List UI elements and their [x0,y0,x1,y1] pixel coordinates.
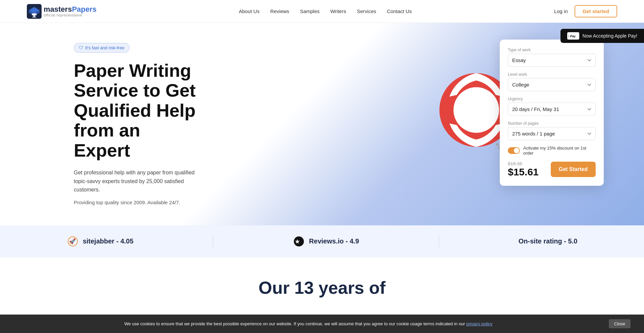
price-row: $18.36 $15.61 Get Started [508,161,596,178]
shield-icon: 🛡 [79,45,83,50]
svg-rect-3 [32,13,37,15]
divider-2 [439,235,439,248]
svg-rect-4 [34,15,35,17]
svg-rect-5 [32,17,36,17]
login-link[interactable]: Log in [554,8,568,14]
pages-select[interactable]: 275 words / 1 page 550 words / 2 pages 8… [508,127,596,140]
logo-icon [27,4,42,19]
discount-row: Activate my 15% discount on 1st order [508,146,596,156]
urgency-field: Urgency 20 days / Fri, May 31 14 days 7 … [508,97,596,116]
urgency-select[interactable]: 20 days / Fri, May 31 14 days 7 days 3 d… [508,103,596,116]
apple-pay-banner:  Pay Now Accepting Apple Pay! [560,29,644,43]
hero-providing: Providing top quality since 2009. Availa… [74,200,201,205]
sitejabber-label: sitejabber - 4.05 [83,237,133,245]
reviewsio-icon: ★ [293,235,305,247]
badge-text: It's fast and risk-free [85,45,124,50]
logo-sub: official representative [44,13,97,17]
nav-link-writers[interactable]: Writers [330,8,346,14]
svg-text:★: ★ [295,239,300,244]
logo-papers: Papers [72,5,96,13]
svg-point-10 [461,95,491,125]
reviewsio-label: Reviews.io - 4.9 [309,237,359,245]
level-work-label: Level work [508,72,596,77]
hero-title: Paper Writing Service to Get Qualified H… [74,61,201,160]
form-get-started-button[interactable]: Get Started [551,162,596,177]
nav-link-reviews[interactable]: Reviews [270,8,289,14]
rating-sitejabber: 🚀 sitejabber - 4.05 [67,235,133,247]
rating-reviewsio: ★ Reviews.io - 4.9 [293,235,359,247]
price-block: $18.36 $15.61 [508,161,539,178]
nav-link-about[interactable]: About Us [239,8,260,14]
level-work-select[interactable]: High School College University Master's … [508,78,596,91]
type-of-work-select[interactable]: Essay Research Paper Term Paper Coursewo… [508,54,596,67]
logo[interactable]: mastersPapers official representative [27,4,97,19]
logo-masters: masters [44,5,72,13]
discount-toggle[interactable] [508,147,520,154]
navbar: mastersPapers official representative Ab… [0,0,644,23]
navbar-right: Log in Get started [554,5,617,17]
nav-links: About Us Reviews Samples Writers Service… [239,8,412,14]
urgency-label: Urgency [508,97,596,101]
pages-field: Number of pages 275 words / 1 page 550 w… [508,121,596,140]
rating-onsite: On-site rating - 5.0 [519,237,578,245]
pages-label: Number of pages [508,121,596,126]
price-original: $18.36 [508,161,539,166]
hero-section:  Pay Now Accepting Apple Pay! 🛡 It's fa… [0,23,644,225]
level-work-field: Level work High School College Universit… [508,72,596,91]
apple-pay-text: Now Accepting Apple Pay! [583,33,637,39]
apple-pay-logo:  Pay [567,32,579,40]
hero-subtitle: Get professional help with any paper fro… [74,168,201,194]
divider-1 [213,235,213,248]
nav-link-services[interactable]: Services [357,8,376,14]
our-years-title: Our 13 years of [27,278,617,298]
hero-content: 🛡 It's fast and risk-free Paper Writing … [0,23,201,225]
apple-pay-icon:  Pay [567,32,579,40]
onsite-label: On-site rating - 5.0 [519,237,578,245]
badge: 🛡 It's fast and risk-free [74,43,129,53]
discount-text: Activate my 15% discount on 1st order [523,146,596,156]
svg-text: Pay:  Pay [568,35,576,38]
type-of-work-label: Type of work [508,48,596,52]
our-years-section: Our 13 years of [0,258,644,304]
logo-text: mastersPapers official representative [44,6,97,17]
get-started-button[interactable]: Get started [575,5,617,17]
form-card: Type of work Essay Research Paper Term P… [500,40,604,186]
svg-text:🚀: 🚀 [69,238,76,244]
sitejabber-icon: 🚀 [67,235,79,247]
type-of-work-field: Type of work Essay Research Paper Term P… [508,48,596,67]
nav-link-samples[interactable]: Samples [300,8,319,14]
price-current: $15.61 [508,166,539,178]
nav-link-contact[interactable]: Contact Us [387,8,412,14]
ratings-bar: 🚀 sitejabber - 4.05 ★ Reviews.io - 4.9 O… [0,225,644,258]
